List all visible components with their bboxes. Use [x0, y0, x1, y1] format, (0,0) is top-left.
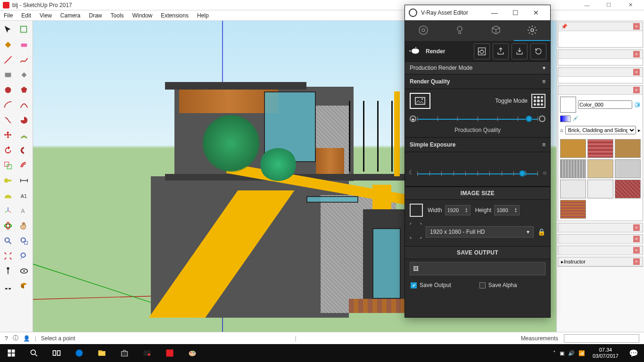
eyedropper-icon[interactable]: 💉	[572, 115, 579, 122]
color-slider-icon[interactable]	[560, 115, 570, 122]
zoom-tool[interactable]	[1, 234, 15, 248]
previous-view-tool[interactable]	[17, 249, 31, 263]
edge-taskbar-icon[interactable]	[68, 344, 91, 362]
home-icon[interactable]: ⌂	[560, 127, 563, 133]
height-input[interactable]: 1080▲▼	[494, 205, 520, 215]
explorer-taskbar-icon[interactable]	[91, 344, 113, 362]
close-panel-button[interactable]: ×	[633, 236, 640, 242]
close-panel-button[interactable]: ×	[633, 69, 640, 75]
make-component-tool[interactable]	[17, 23, 31, 37]
menu-edit[interactable]: Edit	[21, 12, 31, 19]
offset-tool[interactable]	[17, 158, 31, 173]
material-swatch[interactable]	[560, 139, 586, 158]
vray-tab-settings[interactable]	[514, 20, 550, 41]
tray-panel-collapsed2[interactable]: ×	[558, 234, 643, 244]
user-icon[interactable]: 👤	[23, 335, 30, 342]
menu-view[interactable]: View	[40, 12, 52, 19]
menu-camera[interactable]: Camera	[60, 12, 81, 19]
close-panel-button[interactable]: ×	[633, 258, 640, 265]
circle-tool[interactable]	[1, 83, 15, 97]
material-swatch[interactable]	[587, 180, 613, 198]
vray-close-button[interactable]: ✕	[526, 9, 546, 16]
tape-tool[interactable]	[1, 173, 15, 188]
close-panel-button[interactable]: ×	[633, 247, 640, 254]
material-swatch[interactable]	[560, 180, 586, 198]
search-button[interactable]	[23, 344, 45, 362]
close-panel-button[interactable]: ×	[633, 224, 640, 231]
material-swatch[interactable]	[587, 159, 613, 178]
polygon-tool[interactable]	[17, 83, 31, 97]
resolution-preset-select[interactable]: 1920 x 1080 - Full HD ▾	[426, 226, 534, 238]
options-icon[interactable]: ≡	[542, 78, 545, 85]
recorder-taskbar-icon[interactable]	[136, 344, 158, 362]
quality-slider[interactable]: ✦	[410, 114, 545, 125]
wifi-icon[interactable]: 📶	[578, 350, 585, 356]
followme-tool[interactable]	[17, 143, 31, 157]
position-camera-tool[interactable]	[1, 264, 15, 278]
store-taskbar-icon[interactable]	[113, 344, 136, 362]
aspect-icon[interactable]	[410, 204, 423, 217]
close-panel-button[interactable]: ×	[633, 87, 640, 93]
3dtext-tool[interactable]: A	[17, 204, 31, 218]
minimize-button[interactable]: —	[576, 0, 598, 10]
pin-icon[interactable]: 📌	[561, 24, 568, 30]
render-mode-select[interactable]: Production Render Mode ▾	[405, 62, 550, 74]
menu-extensions[interactable]: Extensions	[161, 12, 189, 19]
material-name-input[interactable]	[578, 100, 632, 109]
material-library-select[interactable]: Brick, Cladding and Siding	[565, 126, 636, 134]
vray-tab-lights[interactable]	[441, 20, 478, 41]
battery-icon[interactable]: ▣	[560, 350, 564, 356]
menu-file[interactable]: File	[4, 12, 13, 19]
look-around-tool[interactable]	[17, 264, 31, 278]
zoom-window-tool[interactable]	[17, 234, 31, 248]
exposure-slider[interactable]: ☾ ☼ ›	[410, 168, 545, 180]
task-view-button[interactable]	[45, 344, 68, 362]
vray-titlebar[interactable]: V-Ray Asset Editor — ☐ ✕	[405, 5, 550, 20]
import-button[interactable]	[512, 43, 528, 59]
menu-tools[interactable]: Tools	[111, 12, 124, 19]
axes-tool[interactable]	[1, 204, 15, 218]
menu-draw[interactable]: Draw	[89, 12, 102, 19]
material-swatch[interactable]	[615, 180, 641, 198]
pie-tool[interactable]	[17, 113, 31, 127]
create-material-icon[interactable]: 🧊	[634, 102, 641, 108]
geo-icon[interactable]: ⓘ	[13, 334, 18, 342]
eraser-tool[interactable]	[17, 38, 31, 52]
paint-taskbar-icon[interactable]	[181, 344, 204, 362]
vray-tab-geometry[interactable]	[478, 20, 514, 41]
material-swatch[interactable]	[560, 200, 586, 219]
maximize-button[interactable]: ☐	[598, 0, 619, 10]
tray-panel-collapsed1[interactable]: ×	[558, 223, 643, 232]
export-button[interactable]	[493, 43, 509, 59]
move-tool[interactable]	[1, 128, 15, 142]
scale-tool[interactable]	[1, 158, 15, 173]
help-icon[interactable]: ?	[5, 335, 8, 342]
lock-icon[interactable]: 🔒	[537, 228, 545, 236]
rotate-tool[interactable]	[1, 143, 15, 157]
reset-button[interactable]	[530, 43, 546, 59]
volume-icon[interactable]: 🔊	[568, 350, 575, 356]
taskbar-clock[interactable]: 07.34 03/07/2017	[589, 347, 622, 359]
interactive-render-button[interactable]	[474, 43, 490, 59]
text-tool[interactable]: A1	[17, 189, 31, 203]
dimension-tool[interactable]	[17, 173, 31, 188]
protractor-tool[interactable]	[1, 189, 15, 203]
render-quality-header[interactable]: Render Quality ≡	[405, 74, 550, 89]
tray-panel-collapsed3[interactable]: ×	[558, 246, 643, 255]
save-alpha-checkbox[interactable]: Save Alpha	[479, 282, 517, 288]
select-tool[interactable]	[1, 23, 15, 37]
rotated-rect-tool[interactable]	[17, 68, 31, 82]
freehand-tool[interactable]	[17, 53, 31, 67]
library-menu-icon[interactable]: ▸	[638, 127, 641, 133]
menu-help[interactable]: Help	[197, 12, 209, 19]
sketchup-taskbar-icon[interactable]	[158, 344, 181, 362]
options-icon[interactable]: ≡	[542, 141, 545, 148]
section-tool[interactable]	[17, 279, 31, 293]
orbit-tool[interactable]	[1, 219, 15, 233]
rectangle-tool[interactable]	[1, 68, 15, 82]
material-swatch[interactable]	[587, 139, 613, 158]
vray-minimize-button[interactable]: —	[484, 9, 505, 16]
save-output-checkbox[interactable]: ✔Save Output	[411, 282, 451, 288]
start-button[interactable]	[0, 344, 23, 362]
pushpull-tool[interactable]	[17, 128, 31, 142]
